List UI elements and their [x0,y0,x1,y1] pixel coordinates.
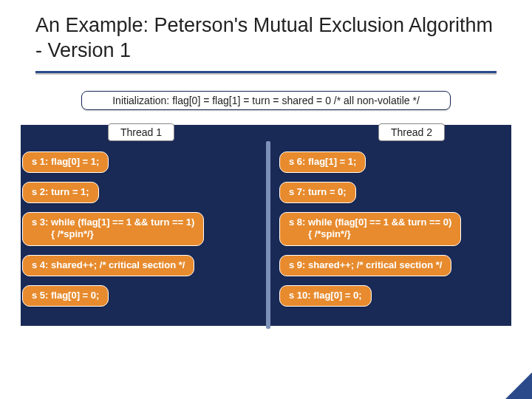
title-underline [35,71,497,73]
thread2-label: Thread 2 [378,123,445,141]
step-s3-line2: { /*spin*/} [32,228,194,240]
step-s5: s 5: flag[0] = 0; [22,285,109,307]
thread1-label: Thread 1 [108,123,174,141]
step-s7: s 7: turn = 0; [279,182,356,203]
step-s1: s 1: flag[0] = 1; [22,151,109,173]
diagram-area: Initialization: flag[0] = flag[1] = turn… [21,91,511,372]
thread-divider [266,141,270,329]
step-s3-line1: s 3: while (flag[1] == 1 && turn == 1) [32,216,194,228]
step-s4: s 4: shared++; /* critical section */ [22,255,194,276]
step-s3: s 3: while (flag[1] == 1 && turn == 1){ … [22,212,204,246]
slide-title: An Example: Peterson's Mutual Exclusion … [35,13,497,64]
thread2-steps: s 6: flag[1] = 1; s 7: turn = 0; s 8: wh… [279,151,516,307]
step-s8: s 8: while (flag[0] == 1 && turn == 0){ … [279,212,461,246]
thread1-steps: s 1: flag[0] = 1; s 2: turn = 1; s 3: wh… [22,151,259,307]
step-s9: s 9: shared++; /* critical section */ [279,255,451,276]
initialization-box: Initialization: flag[0] = flag[1] = turn… [81,91,451,110]
title-block: An Example: Peterson's Mutual Exclusion … [0,0,532,66]
step-s8-line1: s 8: while (flag[0] == 1 && turn == 0) [289,216,451,228]
corner-accent-icon [505,372,532,399]
step-s6: s 6: flag[1] = 1; [279,151,366,173]
step-s10: s 10: flag[0] = 0; [279,285,372,307]
step-s2: s 2: turn = 1; [22,182,99,203]
step-s8-line2: { /*spin*/} [289,228,451,240]
